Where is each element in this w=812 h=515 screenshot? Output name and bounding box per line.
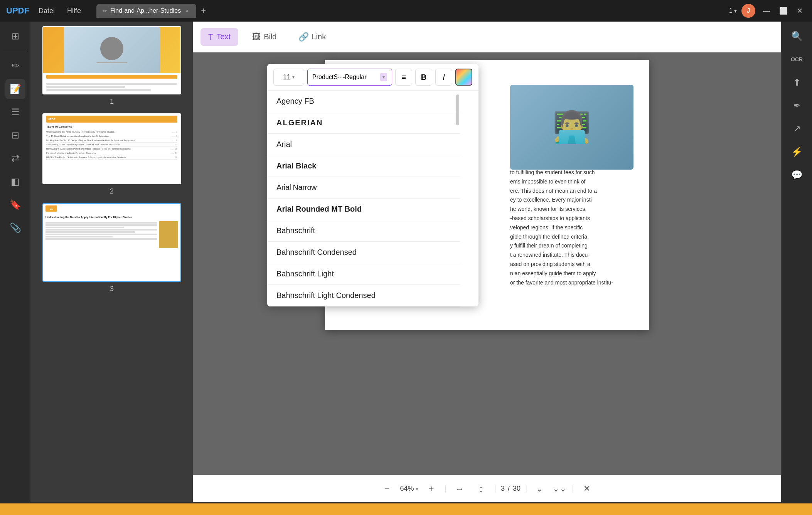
thumb3-line — [45, 231, 135, 233]
sidebar-form-icon[interactable]: ☰ — [5, 102, 25, 122]
link-tool-btn[interactable]: 🔗 Link — [291, 28, 334, 46]
font-item-bahnschrift-light-condensed[interactable]: Bahnschrift Light Condensed — [267, 285, 460, 306]
bottom-toolbar: − 64% ▾ + | ↔ ↕ | 3 / 30 | ⌄ ⌄⌄ | ✕ — [193, 475, 781, 502]
right-ai-icon[interactable]: ⚡ — [787, 142, 807, 162]
fit-width-btn[interactable]: ↕ — [473, 480, 490, 497]
thumb1-line — [46, 89, 151, 91]
close-btn[interactable]: ✕ — [794, 5, 806, 17]
bold-btn[interactable]: B — [415, 69, 432, 86]
fit-page-btn[interactable]: ↔ — [451, 480, 468, 497]
thumb3-line — [45, 227, 124, 228]
font-item-bahnschrift-condensed[interactable]: Bahnschrift Condensed — [267, 242, 460, 263]
page-nav-down-btn[interactable]: ▾ — [734, 8, 737, 14]
thumb2-row: UPDF - The Perfect Solution to Prepare S… — [46, 155, 177, 160]
next-page-btn[interactable]: ⌄ — [532, 481, 547, 496]
font-size-arrow: ▾ — [292, 74, 295, 80]
thumb2-content: UPDF Table of Contents Understanding the… — [43, 114, 180, 183]
sidebar-convert-icon[interactable]: ⇄ — [5, 148, 25, 168]
italic-btn[interactable]: I — [435, 69, 452, 86]
menu-datei[interactable]: Datei — [34, 5, 59, 17]
pdf-image-person-icon: 👨‍💻 — [553, 109, 591, 145]
menu-hilfe[interactable]: Hilfe — [62, 5, 86, 17]
sidebar-bookmark-icon[interactable]: 🔖 — [5, 195, 25, 215]
page-nav: 1 ▾ — [729, 7, 737, 14]
font-item-bahnschrift[interactable]: Bahnschrift — [267, 220, 460, 242]
right-search-icon[interactable]: 🔍 — [787, 26, 807, 46]
last-page-btn[interactable]: ⌄⌄ — [552, 481, 567, 496]
pdf-area[interactable]: Understanding the Need to Apply Internat… — [193, 52, 781, 475]
font-item-arial-rounded[interactable]: Arial Rounded MT Bold — [267, 199, 460, 220]
font-item-agency-fb[interactable]: Agency FB — [267, 91, 460, 112]
thumb1-lines — [43, 80, 180, 94]
tab-close-btn[interactable]: × — [184, 7, 190, 15]
scrollbar-thumb[interactable] — [456, 94, 459, 125]
color-picker-btn[interactable] — [455, 69, 472, 86]
right-extract-icon[interactable]: ⬆ — [787, 72, 807, 93]
font-name-select[interactable]: ProductS···-Regular ▾ — [307, 69, 392, 86]
thumbnail-item-3[interactable]: 01 Understanding the Need to Apply Inter… — [35, 203, 188, 293]
right-comment-icon[interactable]: 💬 — [787, 165, 807, 185]
thumb2-row-dots: ...... 28 — [170, 156, 177, 158]
tab-label: Find-and-Ap...her-Studies — [110, 7, 181, 14]
font-item-bahnschrift-light[interactable]: Bahnschrift Light — [267, 263, 460, 285]
pdf-header-image: 👨‍💻 — [510, 85, 633, 170]
font-item-arial[interactable]: Arial — [267, 134, 460, 155]
sidebar-edit-icon[interactable]: ✏ — [5, 56, 25, 76]
thumb2-row-dots: ...... 8 — [172, 139, 177, 141]
text-align-btn[interactable]: ≡ — [395, 69, 412, 86]
new-tab-btn[interactable]: + — [198, 4, 209, 17]
menu-bar: Datei Hilfe — [34, 5, 86, 17]
separator-4: | — [572, 484, 574, 493]
sidebar-layers-icon[interactable]: ◧ — [5, 172, 25, 192]
total-pages: 30 — [513, 485, 521, 493]
right-ocr-icon[interactable]: OCR — [787, 49, 807, 69]
pdf-right-text: t a renowned institute. This docu- — [510, 251, 633, 260]
font-size-control[interactable]: 11 ▾ — [273, 69, 304, 86]
maximize-btn[interactable]: ⬜ — [776, 5, 791, 17]
font-item-arial-black[interactable]: Arial Black — [267, 155, 460, 177]
page-current: 1 — [729, 7, 733, 14]
thumb2-row-dots: ...... 18 — [170, 148, 177, 150]
text-tool-btn[interactable]: T Text — [200, 28, 238, 46]
thumbnail-preview-3: 01 Understanding the Need to Apply Inter… — [42, 203, 181, 282]
zoom-in-btn[interactable]: + — [423, 480, 440, 497]
user-avatar[interactable]: J — [741, 4, 755, 18]
thumb2-row-text: Understanding the Need to Apply Internat… — [46, 131, 172, 133]
text-tool-icon: T — [208, 32, 213, 42]
font-size-value: 11 — [283, 73, 291, 81]
thumb2-row: Scholarship Guide - How to Apply for Onl… — [46, 143, 177, 147]
thumbnail-label-1: 1 — [110, 98, 114, 106]
right-share-icon[interactable]: ↗ — [787, 119, 807, 139]
thumb2-row-dots: ...... 5 — [172, 135, 177, 137]
zoom-level-control[interactable]: 64% ▾ — [400, 485, 418, 493]
sidebar-attachment-icon[interactable]: 📎 — [5, 218, 25, 238]
image-tool-label: Bild — [264, 32, 276, 41]
thumbnail-item-2[interactable]: UPDF Table of Contents Understanding the… — [35, 113, 188, 195]
sidebar-organize-icon[interactable]: ⊟ — [5, 125, 25, 145]
text-tool-label: Text — [216, 32, 231, 41]
separator-2: | — [494, 484, 496, 493]
pdf-right-text: ey to excellence. Every major insti- — [510, 195, 633, 205]
minimize-btn[interactable]: — — [760, 5, 773, 17]
font-toolbar-bar: 11 ▾ ProductS···-Regular ▾ ≡ — [267, 64, 478, 91]
font-item-arial-narrow[interactable]: Arial Narrow — [267, 177, 460, 199]
thumb3-number: 01 — [50, 207, 53, 210]
title-bar: UPDF Datei Hilfe ✏ Find-and-Ap...her-Stu… — [0, 0, 812, 22]
current-page: 3 — [501, 485, 505, 493]
font-item-algerian[interactable]: ALGERIAN — [267, 112, 460, 134]
image-tool-btn[interactable]: 🖼 Bild — [244, 28, 284, 46]
active-tab[interactable]: ✏ Find-and-Ap...her-Studies × — [96, 4, 196, 18]
pdf-right-text: ere. This does not mean an end to a — [510, 187, 633, 196]
right-sign-icon[interactable]: ✒ — [787, 96, 807, 116]
sidebar-markup-icon[interactable]: 📝 — [5, 79, 25, 99]
thumbnail-item-1[interactable]: 1 — [35, 26, 188, 106]
thumb2-row-text: Scholarship Guide - How to Apply for Onl… — [46, 143, 170, 146]
close-panel-btn[interactable]: ✕ — [578, 480, 595, 497]
link-tool-label: Link — [312, 32, 326, 41]
thumb2-row-dots: ...... 1 — [172, 131, 177, 133]
thumb2-row-text: Famous Institutions in North American Co… — [46, 152, 170, 154]
thumb1-line — [46, 86, 125, 88]
sidebar-thumbnail-icon[interactable]: ⊞ — [5, 26, 25, 46]
thumb3-body — [45, 221, 178, 248]
zoom-out-btn[interactable]: − — [379, 480, 396, 497]
